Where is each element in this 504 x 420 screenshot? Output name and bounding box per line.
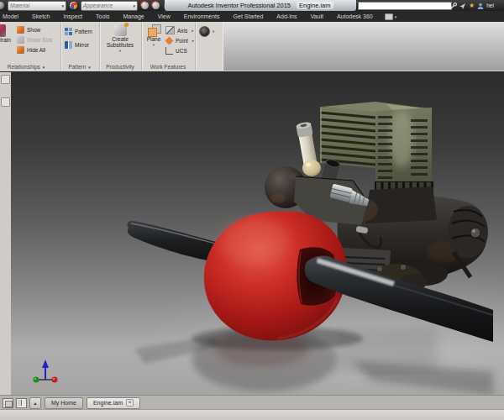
tab-environments[interactable]: Environments: [177, 13, 227, 19]
browser-panel-strip[interactable]: [0, 72, 12, 395]
chevron-down-icon: ▾: [395, 14, 397, 19]
extra-tool-button[interactable]: ▾: [199, 26, 214, 36]
viewport-3d[interactable]: [11, 72, 504, 395]
status-bar: [0, 409, 504, 420]
up-arrow-icon: ▲: [34, 401, 38, 406]
expand-tabs-button[interactable]: ▲: [29, 397, 41, 409]
tab-model[interactable]: Model: [0, 13, 25, 19]
browser-document-icon[interactable]: [1, 75, 10, 84]
material-dropdown-label: Material: [10, 3, 29, 8]
document-tab-bar: ▲ My Home Engine.iam ×: [0, 395, 504, 410]
cascade-windows-icon[interactable]: [3, 398, 13, 408]
ball-joint[interactable]: [302, 160, 321, 176]
relationships-group-label[interactable]: Relationships ▼: [0, 64, 60, 70]
appearance-dropdown-label: Appearance: [83, 3, 113, 8]
tab-inspect[interactable]: Inspect: [56, 13, 89, 19]
workspace: [0, 72, 504, 395]
ucs-icon: [165, 47, 173, 55]
ucs-button[interactable]: UCS: [165, 45, 194, 55]
create-substitutes-icon: [114, 24, 127, 36]
mirror-button[interactable]: Mirror: [65, 39, 92, 50]
ribbon-group-extra: ▾: [195, 22, 223, 71]
show-sick-button[interactable]: Show Sick: [17, 34, 52, 45]
scene-3d[interactable]: [11, 72, 504, 395]
clear-appearance-icon[interactable]: [152, 2, 160, 9]
sphere-tool-icon: [199, 26, 210, 37]
mirror-icon: [65, 41, 72, 49]
ribbon-tab-row: Model Sketch Inspect Tools Manage View E…: [0, 11, 504, 22]
productivity-group-label: Productivity: [99, 64, 141, 70]
chevron-down-icon: ▾: [61, 3, 64, 8]
user-icon[interactable]: [477, 3, 484, 9]
axis-button[interactable]: Axis ▸: [165, 25, 194, 35]
ribbon-group-productivity: Create Substitutes ▾ Productivity: [99, 22, 142, 71]
tab-manage[interactable]: Manage: [116, 13, 150, 19]
tab-add-ins[interactable]: Add-Ins: [270, 13, 303, 19]
show-button[interactable]: Show: [17, 24, 52, 34]
chevron-down-icon: ▾: [119, 48, 121, 54]
title-bar: Material ▾ Appearance ▾ fx Autodesk Inve…: [0, 0, 504, 11]
tab-sketch[interactable]: Sketch: [25, 13, 56, 19]
close-icon[interactable]: ×: [126, 399, 134, 407]
app-title: Autodesk Inventor Professional 2015: [187, 2, 291, 9]
chevron-down-icon: ▾: [213, 29, 214, 34]
user-name-text[interactable]: hel: [486, 3, 494, 8]
pattern-group-label[interactable]: Pattern ▼: [60, 64, 99, 70]
adjust-appearance-icon[interactable]: [141, 2, 149, 9]
constrain-label: Constrain: [0, 37, 11, 43]
plane-icon: [148, 24, 160, 36]
ribbon-empty-area: [223, 22, 504, 71]
tile-windows-icon[interactable]: [16, 398, 27, 408]
pattern-icon: [65, 28, 72, 35]
window-title: Autodesk Inventor Professional 2015 Engi…: [165, 0, 356, 11]
appearance-dropdown[interactable]: Appearance ▾: [81, 1, 138, 11]
send-icon[interactable]: [459, 3, 466, 9]
show-sick-icon: [17, 36, 24, 44]
chevron-down-icon: ▼: [42, 66, 45, 70]
tab-autodesk-360[interactable]: Autodesk 360: [330, 13, 380, 19]
constrain-button[interactable]: Constrain: [0, 24, 10, 43]
triad-x-ball: [52, 377, 58, 383]
tab-my-home[interactable]: My Home: [45, 397, 83, 409]
tab-vault[interactable]: Vault: [303, 13, 329, 19]
pattern-button[interactable]: Pattern: [65, 26, 92, 36]
backplate-bolt: [470, 228, 480, 238]
ribbon: Constrain Show Show Sick Hide All Relati…: [0, 22, 504, 72]
appearance-ball-icon[interactable]: [70, 2, 77, 9]
clipped-tool-icon[interactable]: [0, 2, 4, 9]
flyout-caret-icon: ▸: [192, 29, 193, 33]
axis-icon: [165, 26, 175, 34]
create-substitutes-button[interactable]: Create Substitutes ▾: [101, 24, 139, 54]
constrain-icon: [0, 24, 6, 37]
triad-y-ball: [34, 377, 39, 383]
browser-assembly-icon[interactable]: [1, 97, 10, 107]
hide-all-button[interactable]: Hide All: [17, 45, 52, 55]
tab-engine-iam[interactable]: Engine.iam ×: [87, 397, 140, 409]
flyout-caret-icon: ▸: [192, 39, 194, 43]
show-constraints-icon: [17, 26, 24, 34]
screen-icon: [385, 13, 393, 20]
chevron-down-icon: ▼: [87, 66, 91, 70]
quick-access-toolbar: Material ▾ Appearance ▾ fx: [0, 0, 178, 11]
star-icon[interactable]: ★: [469, 2, 475, 9]
tab-get-started[interactable]: Get Started: [227, 13, 270, 19]
document-title: Engine.iam: [297, 2, 333, 9]
ribbon-group-relationships: Constrain Show Show Sick Hide All Relati…: [0, 22, 61, 71]
chevron-down-icon: ▾: [133, 3, 135, 8]
ribbon-group-work-features: Plane ▾ Axis ▸ Point ▸ UCS: [141, 22, 196, 71]
plane-button[interactable]: Plane ▾: [144, 24, 164, 48]
tab-tools[interactable]: Tools: [89, 13, 116, 19]
relationships-small-buttons: Show Show Sick Hide All: [17, 24, 52, 55]
ribbon-display-toggle[interactable]: ▾: [385, 13, 397, 20]
wrench-icon[interactable]: [450, 3, 457, 9]
tab-view[interactable]: View: [151, 13, 177, 19]
chevron-down-icon: ▾: [153, 42, 155, 48]
material-dropdown[interactable]: Material ▾: [8, 1, 66, 11]
search-input[interactable]: [358, 2, 452, 10]
backplate[interactable]: [448, 206, 488, 258]
inventor-window: Material ▾ Appearance ▾ fx Autodesk Inve…: [0, 0, 504, 420]
ribbon-group-pattern: Pattern Mirror Pattern ▼: [60, 22, 100, 71]
point-button[interactable]: Point ▸: [165, 35, 194, 45]
work-features-group-label: Work Features: [141, 64, 195, 70]
titlebar-icons: ★ hel: [450, 0, 494, 11]
